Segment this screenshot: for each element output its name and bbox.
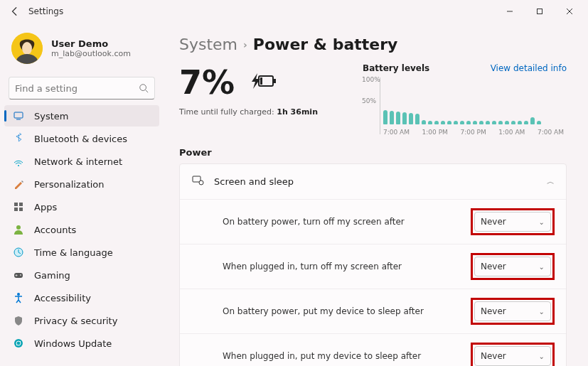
setting-row-screen-plugged: When plugged in, turn off my screen afte… bbox=[180, 244, 566, 289]
chart-bar bbox=[441, 121, 445, 124]
sleep-battery-select[interactable]: Never⌄ bbox=[474, 301, 551, 321]
chart-bar bbox=[537, 121, 541, 124]
svg-rect-10 bbox=[19, 203, 23, 206]
chart-bar bbox=[422, 120, 426, 124]
setting-row-sleep-battery: On battery power, put my device to sleep… bbox=[180, 289, 566, 333]
chart-bar bbox=[486, 121, 490, 124]
privacy-icon bbox=[13, 315, 24, 326]
setting-row-sleep-plugged: When plugged in, put my device to sleep … bbox=[180, 333, 566, 366]
time-icon bbox=[13, 247, 24, 258]
chevron-down-icon: ⌄ bbox=[539, 352, 545, 360]
svg-rect-20 bbox=[274, 79, 276, 83]
network-icon bbox=[13, 156, 24, 167]
nav-gaming[interactable]: Gaming bbox=[4, 264, 159, 286]
maximize-button[interactable] bbox=[525, 1, 554, 22]
card-title: Screen and sleep bbox=[214, 176, 294, 187]
chart-bar bbox=[505, 121, 509, 124]
chart-bar bbox=[518, 121, 522, 124]
nav-label: Bluetooth & devices bbox=[34, 134, 127, 144]
minimize-button[interactable] bbox=[496, 1, 524, 22]
setting-row-screen-battery: On battery power, turn off my screen aft… bbox=[180, 199, 566, 244]
bluetooth-icon bbox=[13, 133, 24, 144]
screen-sleep-icon bbox=[191, 174, 204, 189]
user-email: m_lab@outlook.com bbox=[51, 49, 131, 58]
svg-rect-21 bbox=[260, 77, 262, 85]
avatar bbox=[11, 33, 43, 64]
nav-label: Accounts bbox=[34, 225, 76, 235]
search-placeholder: Find a setting bbox=[15, 83, 139, 94]
nav-personalization[interactable]: Personalization bbox=[4, 173, 159, 195]
svg-line-5 bbox=[146, 90, 149, 93]
profile-block[interactable]: User Demo m_lab@outlook.com bbox=[4, 28, 159, 72]
svg-rect-9 bbox=[14, 203, 18, 206]
chart-bar bbox=[402, 112, 407, 125]
chart-bar bbox=[396, 112, 400, 124]
search-input[interactable]: Find a setting bbox=[9, 77, 155, 99]
setting-label: On battery power, put my device to sleep… bbox=[223, 306, 424, 316]
back-button[interactable] bbox=[4, 1, 26, 22]
battery-chart: 100% 50% 7:00 AM 1:00 PM 7:00 PM 1:00 AM… bbox=[380, 77, 567, 134]
nav-label: Apps bbox=[34, 202, 57, 212]
nav-label: Personalization bbox=[34, 179, 105, 190]
nav-time[interactable]: Time & language bbox=[4, 242, 159, 263]
view-detailed-link[interactable]: View detailed info bbox=[491, 63, 567, 73]
nav-network[interactable]: Network & internet bbox=[4, 151, 159, 172]
chart-bar bbox=[434, 121, 439, 124]
chevron-up-icon: ︿ bbox=[547, 176, 555, 187]
nav-label: Windows Update bbox=[34, 338, 112, 349]
nav-label: Accessibility bbox=[34, 293, 91, 303]
nav-accessibility[interactable]: Accessibility bbox=[4, 287, 159, 308]
svg-rect-12 bbox=[19, 208, 23, 211]
chart-bar bbox=[409, 113, 413, 124]
svg-rect-11 bbox=[14, 208, 18, 211]
apps-icon bbox=[13, 201, 24, 212]
nav-label: Privacy & security bbox=[34, 316, 117, 326]
nav-privacy[interactable]: Privacy & security bbox=[4, 310, 159, 331]
chart-title: Battery levels bbox=[363, 63, 429, 73]
breadcrumb-parent[interactable]: System bbox=[179, 36, 237, 53]
chart-bar bbox=[530, 117, 535, 124]
chart-bar bbox=[460, 121, 464, 124]
accounts-icon bbox=[13, 224, 24, 235]
battery-percent: 7% bbox=[179, 63, 235, 102]
chevron-down-icon: ⌄ bbox=[539, 263, 545, 271]
screen-battery-select[interactable]: Never⌄ bbox=[474, 212, 551, 232]
personalization-icon bbox=[13, 178, 24, 190]
screen-sleep-card: Screen and sleep ︿ On battery power, tur… bbox=[179, 163, 567, 366]
page-title: Power & battery bbox=[253, 36, 398, 53]
chart-bar bbox=[383, 110, 387, 124]
screen-plugged-select[interactable]: Never⌄ bbox=[474, 257, 551, 276]
svg-point-17 bbox=[17, 293, 20, 296]
chart-bar bbox=[428, 121, 432, 124]
nav-update[interactable]: Windows Update bbox=[4, 333, 159, 354]
section-power-heading: Power bbox=[179, 147, 567, 158]
svg-point-18 bbox=[14, 339, 23, 348]
sleep-plugged-select[interactable]: Never⌄ bbox=[474, 346, 551, 366]
svg-point-23 bbox=[199, 181, 203, 185]
svg-point-13 bbox=[16, 225, 21, 230]
svg-point-8 bbox=[18, 165, 19, 166]
screen-sleep-header[interactable]: Screen and sleep ︿ bbox=[180, 164, 566, 199]
nav-accounts[interactable]: Accounts bbox=[4, 219, 159, 240]
nav-label: Gaming bbox=[34, 270, 70, 281]
chart-bar bbox=[524, 121, 528, 124]
chart-bar bbox=[466, 121, 471, 124]
nav-bluetooth[interactable]: Bluetooth & devices bbox=[4, 128, 159, 149]
battery-charging-icon bbox=[245, 70, 277, 95]
chart-bar bbox=[473, 121, 477, 124]
nav-system[interactable]: System bbox=[4, 105, 159, 127]
setting-label: On battery power, turn off my screen aft… bbox=[223, 217, 405, 227]
chart-bar bbox=[415, 114, 419, 124]
chart-bar bbox=[479, 121, 483, 124]
update-icon bbox=[13, 338, 24, 349]
gaming-icon bbox=[13, 269, 24, 281]
chevron-down-icon: ⌄ bbox=[539, 218, 545, 226]
chart-bar bbox=[454, 121, 458, 124]
svg-point-3 bbox=[22, 42, 32, 55]
nav-apps[interactable]: Apps bbox=[4, 196, 159, 217]
search-icon bbox=[139, 83, 149, 93]
close-button[interactable] bbox=[555, 1, 584, 22]
chevron-right-icon: › bbox=[243, 39, 247, 50]
chart-bar bbox=[498, 121, 503, 124]
chart-bar bbox=[447, 121, 451, 124]
